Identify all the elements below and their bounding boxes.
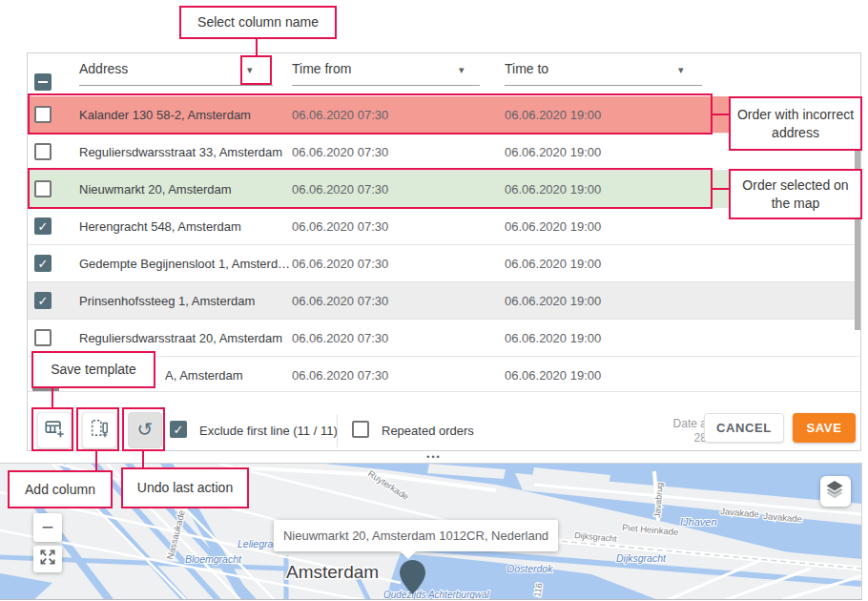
water-label: Oosterdok [506,563,553,574]
row-checkbox[interactable] [34,329,52,346]
cell-time-to: 06.06.2020 19:00 [505,257,860,271]
cell-time-to: 06.06.2020 19:00 [505,219,860,234]
connector-line [95,451,97,470]
row-checkbox-cell [28,329,79,346]
cell-address: Herengracht 548, Amsterdam [79,219,292,234]
row-checkbox[interactable] [34,143,52,160]
chevron-down-icon[interactable]: ▾ [459,64,465,76]
tooltip-text: Nieuwmarkt 20, Amsterdam 1012CR, Nederla… [283,528,548,543]
drag-handle-icon: ••• [426,453,441,462]
vertical-scrollbar-thumb[interactable] [855,139,860,330]
table-row[interactable]: Gedempte Begijnensloot 1, Amsterd… 06.06… [28,245,860,282]
row-checkbox-cell [28,218,79,235]
minus-icon: − [42,515,54,540]
row-checkbox[interactable] [34,255,52,272]
table-header: Address ▾ Time from ▾ Time to ▾ [28,53,860,95]
table-row[interactable]: Prinsenhofssteeg 1, Amsterdam 06.06.2020… [28,282,860,320]
callout-order-incorrect-address: Order with incorrect address [729,96,862,151]
cell-address: Reguliersdwarsstraat 20, Amsterdam [79,331,292,345]
cell-time-to: 06.06.2020 19:00 [505,331,860,345]
chevron-down-icon[interactable]: ▾ [678,64,684,76]
import-orders-screen: Address ▾ Time from ▾ Time to ▾ Kalander… [0,0,868,601]
column-header-address[interactable]: Address [79,61,128,76]
water-label: IJhaven [680,516,717,528]
undo-frame [122,407,165,451]
cell-time-to: 06.06.2020 19:00 [505,294,860,308]
save-button[interactable]: SAVE [793,413,856,443]
city-label: Amsterdam [286,562,379,582]
save-template-frame [31,407,73,451]
water-label: Dijksgracht [616,552,667,564]
callout-add-column: Add column [8,470,113,508]
fullscreen-button[interactable] [33,546,62,572]
repeated-orders-checkbox[interactable] [352,421,369,438]
map-address-tooltip: Nieuwmarkt 20, Amsterdam 1012CR, Nederla… [274,520,558,551]
map-layers-button[interactable] [820,476,851,507]
cell-time-from: 06.06.2020 07:30 [292,219,505,234]
connector-line [256,39,258,55]
zoom-out-button[interactable]: − [33,513,62,542]
panel-resize-handle[interactable]: ••• [0,451,868,463]
column-underline [79,85,273,86]
cell-address: Reguliersdwarsstraat 33, Amsterdam [79,145,292,159]
select-all-checkbox[interactable] [34,73,52,91]
cell-time-from: 06.06.2020 07:30 [292,257,505,271]
column-header-time-from[interactable]: Time from [292,61,351,76]
exclude-first-line-label: Exclude first line (11 / 11) [199,424,338,438]
cell-address: Prinsenhofssteeg 1, Amsterdam [79,294,292,308]
cell-time-from: 06.06.2020 07:30 [292,294,505,308]
add-column-frame [76,407,119,451]
fullscreen-icon [38,548,57,570]
selected-row-frame [28,168,713,209]
callout-order-selected-on-map: Order selected on the map [729,169,862,219]
row-checkbox-cell [28,143,79,160]
column-underline [292,85,480,86]
cell-time-from: 06.06.2020 07:30 [292,331,505,345]
repeated-orders-label: Repeated orders [382,424,474,438]
connector-line [713,114,730,115]
cancel-button[interactable]: CANCEL [704,413,784,443]
callout-save-template: Save template [31,351,155,388]
row-checkbox[interactable] [34,218,52,235]
water-label: Bloemgracht [185,553,242,565]
callout-undo-last-action: Undo last action [121,467,249,508]
row-checkbox[interactable] [34,292,52,309]
error-row-frame [28,93,713,135]
connector-line [52,386,53,407]
map-pin[interactable] [400,560,425,598]
row-checkbox-cell [28,255,79,272]
row-checkbox-cell [28,292,79,309]
tooltip-tail [400,550,417,559]
connector-line [713,188,730,190]
dropdown-frame [240,55,272,85]
column-header-time-to[interactable]: Time to [505,61,548,76]
connector-line [142,451,144,467]
column-underline [505,85,702,86]
footer-divider [337,415,338,447]
cell-time-from: 06.06.2020 07:30 [292,368,505,383]
layers-icon [824,478,847,505]
cell-time-to: 06.06.2020 19:00 [505,368,860,383]
exclude-first-line-checkbox[interactable] [170,421,187,438]
cell-address: Gedempte Begijnensloot 1, Amsterd… [79,257,292,271]
callout-select-column-name: Select column name [179,6,337,39]
cell-time-from: 06.06.2020 07:30 [292,145,505,159]
